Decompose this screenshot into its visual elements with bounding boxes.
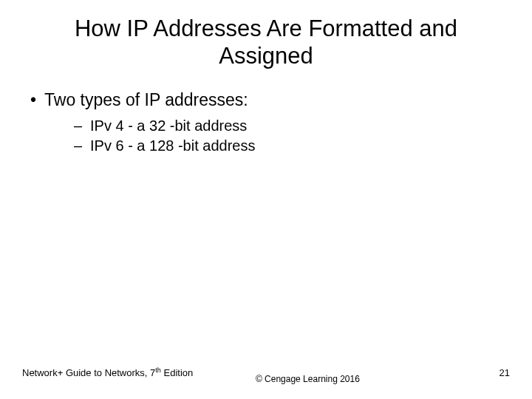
footer-left-pre: Network+ Guide to Networks, 7 [22,367,155,378]
footer-left-post: Edition [161,367,193,378]
footer-left: Network+ Guide to Networks, 7th Edition [22,366,193,378]
bullet-text: Two types of IP addresses: [44,90,248,110]
bullet-text: IPv 6 - a 128 -bit address [90,137,255,154]
bullet-dot-icon: • [22,90,44,110]
bullet-dash-icon: – [74,137,90,154]
bullet-level-1: • Two types of IP addresses: [22,90,532,110]
footer-left-sup: th [155,366,161,374]
bullet-text: IPv 4 - a 32 -bit address [90,117,247,134]
footer-center: © Cengage Learning 2016 [256,374,360,384]
bullet-level-2: – IPv 4 - a 32 -bit address [74,117,532,134]
slide: How IP Addresses Are Formatted and Assig… [0,0,532,399]
page-number: 21 [499,367,510,378]
slide-title: How IP Addresses Are Formatted and Assig… [0,15,532,69]
bullet-level-2: – IPv 6 - a 128 -bit address [74,137,532,154]
slide-content: • Two types of IP addresses: – IPv 4 - a… [0,90,532,154]
bullet-dash-icon: – [74,117,90,134]
